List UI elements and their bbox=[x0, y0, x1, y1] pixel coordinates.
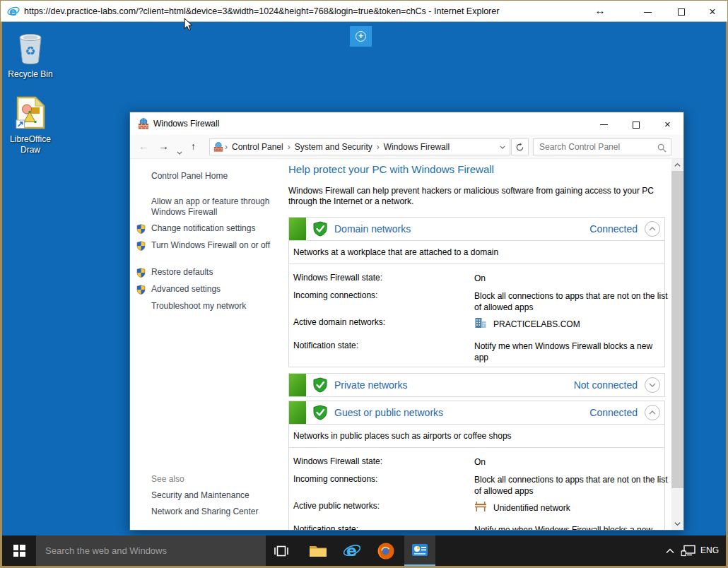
sidebar-link-turn-firewall-on-off[interactable]: Turn Windows Firewall on or off bbox=[151, 240, 276, 251]
address-bar[interactable]: › Control Panel › System and Security › … bbox=[209, 138, 510, 155]
intro-text: Windows Firewall can help prevent hacker… bbox=[288, 186, 671, 207]
window-close-button[interactable]: × bbox=[652, 112, 683, 135]
section-header-guest-or-public-networks[interactable]: Guest or public networks Connected bbox=[288, 401, 665, 425]
forward-button[interactable]: → bbox=[158, 140, 169, 152]
detail-label: Windows Firewall state: bbox=[293, 273, 382, 283]
window-titlebar[interactable]: Windows Firewall × bbox=[130, 112, 683, 135]
sidebar-link-security-and-maintenance[interactable]: Security and Maintenance bbox=[151, 490, 249, 500]
section-header-private-networks[interactable]: Private networks Not connected bbox=[288, 373, 665, 397]
sidebar-link-label: Troubleshoot my network bbox=[151, 301, 246, 311]
internet-explorer-icon: e bbox=[343, 542, 361, 560]
search-icon[interactable] bbox=[657, 143, 667, 155]
browser-maximize-button[interactable] bbox=[665, 1, 698, 22]
section-description: Networks at a workplace that are attache… bbox=[288, 241, 665, 264]
chevron-down-icon bbox=[649, 383, 656, 387]
windows-firewall-window: Windows Firewall × ← → ↑ bbox=[129, 112, 684, 531]
task-view-icon bbox=[274, 545, 289, 557]
browser-title: https://dev.practice-labs.com/?client=ht… bbox=[24, 6, 499, 16]
window-minimize-button[interactable] bbox=[588, 112, 620, 135]
up-button[interactable]: ↑ bbox=[191, 141, 196, 152]
sidebar-link-label: Restore defaults bbox=[151, 267, 213, 277]
uac-shield-icon bbox=[136, 268, 146, 280]
collapse-section-button[interactable] bbox=[645, 221, 660, 237]
control-panel-icon bbox=[411, 543, 428, 557]
sidebar-link-advanced-settings[interactable]: Advanced settings bbox=[151, 284, 276, 295]
language-indicator[interactable]: ENG bbox=[700, 536, 719, 566]
section-header-domain-networks[interactable]: Domain networks Connected bbox=[288, 217, 665, 241]
vertical-scrollbar[interactable] bbox=[671, 159, 683, 530]
resize-icon[interactable]: ↔ bbox=[592, 4, 609, 16]
task-view-button[interactable] bbox=[266, 536, 297, 566]
breadcrumb-windows-firewall[interactable]: Windows Firewall bbox=[381, 142, 452, 152]
desktop-icon-recycle-bin[interactable]: ♻ Recycle Bin bbox=[7, 28, 54, 80]
section-guest-or-public-networks: Guest or public networks Connected Netwo… bbox=[288, 401, 665, 530]
scrollbar-up-button[interactable] bbox=[671, 159, 683, 171]
control-panel-search-input[interactable] bbox=[533, 138, 671, 155]
detail-label: Incoming connections: bbox=[293, 474, 377, 484]
recent-pages-dropdown-icon[interactable] bbox=[177, 145, 182, 158]
address-dropdown-icon[interactable] bbox=[495, 146, 510, 149]
domain-network-icon bbox=[474, 317, 487, 331]
sidebar-link-control-panel-home[interactable]: Control Panel Home bbox=[151, 171, 276, 182]
detail-label: Active public networks: bbox=[293, 501, 380, 511]
recycle-bin-icon: ♻ bbox=[14, 55, 47, 67]
detail-label: Notification state: bbox=[293, 341, 358, 350]
chevron-up-icon bbox=[666, 548, 674, 554]
breadcrumb-system-and-security[interactable]: System and Security bbox=[292, 142, 375, 152]
control-panel-taskbar-button[interactable] bbox=[404, 536, 435, 566]
public-network-icon bbox=[474, 501, 487, 515]
minimize-icon bbox=[600, 124, 608, 125]
scrollbar-down-button[interactable] bbox=[671, 518, 683, 530]
labs-toolbar-expand-button[interactable]: + bbox=[350, 26, 372, 47]
sidebar-link-label: Control Panel Home bbox=[151, 171, 228, 181]
sidebar-link-restore-defaults[interactable]: Restore defaults bbox=[151, 267, 276, 278]
detail-value: Notify me when Windows Firewall blocks a… bbox=[474, 341, 668, 363]
expand-section-button[interactable] bbox=[645, 377, 660, 393]
control-panel-sidebar: Control Panel Home Allow an app or featu… bbox=[130, 159, 283, 530]
tray-network-icon[interactable] bbox=[681, 545, 696, 560]
taskbar-search-input[interactable] bbox=[36, 536, 266, 566]
sidebar-link-troubleshoot-my-network[interactable]: Troubleshoot my network bbox=[151, 301, 276, 312]
window-title: Windows Firewall bbox=[153, 119, 219, 129]
collapse-section-button[interactable] bbox=[645, 405, 660, 420]
browser-close-button[interactable]: × bbox=[696, 1, 728, 22]
section-status: Connected bbox=[589, 223, 638, 235]
scrollbar-thumb[interactable] bbox=[671, 171, 683, 488]
firefox-button[interactable] bbox=[370, 536, 401, 566]
firewall-main-content: Help protect your PC with Windows Firewa… bbox=[283, 159, 671, 530]
refresh-icon bbox=[515, 143, 524, 152]
detail-label: Active domain networks: bbox=[293, 317, 385, 327]
breadcrumb-control-panel[interactable]: Control Panel bbox=[229, 142, 286, 152]
internet-explorer-button[interactable]: e bbox=[336, 536, 368, 566]
detail-value: Unidentified network bbox=[474, 501, 668, 515]
sidebar-link-change-notification-settings[interactable]: Change notification settings bbox=[151, 223, 276, 234]
breadcrumb-separator: › bbox=[223, 142, 229, 152]
svg-text:e: e bbox=[346, 542, 357, 560]
sidebar-link-label: Turn Windows Firewall on or off bbox=[151, 240, 270, 250]
breadcrumb-separator: › bbox=[286, 142, 292, 152]
firewall-on-shield-icon bbox=[312, 377, 328, 396]
detail-value: Notify me when Windows Firewall blocks a… bbox=[474, 524, 668, 530]
windows-logo-icon bbox=[13, 545, 25, 557]
section-details: Windows Firewall state: On Incoming conn… bbox=[288, 264, 665, 367]
sidebar-link-network-and-sharing-center[interactable]: Network and Sharing Center bbox=[151, 507, 258, 516]
active-network-name: PRACTICELABS.COM bbox=[493, 319, 580, 330]
sidebar-link-allow-app-through-firewall[interactable]: Allow an app or feature through Windows … bbox=[151, 196, 276, 218]
window-body: Control Panel Home Allow an app or featu… bbox=[130, 159, 683, 530]
windows-firewall-icon bbox=[138, 118, 149, 132]
start-button[interactable] bbox=[2, 536, 36, 566]
maximize-icon bbox=[633, 122, 640, 129]
refresh-button[interactable] bbox=[511, 138, 529, 155]
detail-label: Notification state: bbox=[293, 524, 358, 530]
detail-value: On bbox=[474, 456, 668, 468]
firefox-icon bbox=[377, 542, 395, 560]
chevron-up-icon bbox=[649, 227, 656, 231]
tray-show-hidden-icons-button[interactable] bbox=[662, 536, 678, 566]
back-button[interactable]: ← bbox=[139, 140, 149, 152]
window-maximize-button[interactable] bbox=[620, 112, 652, 135]
browser-minimize-button[interactable] bbox=[631, 1, 664, 22]
maximize-icon bbox=[678, 8, 685, 16]
desktop-icon-libreoffice-draw[interactable]: LibreOffice Draw bbox=[7, 96, 54, 155]
file-explorer-button[interactable] bbox=[303, 536, 334, 566]
navigation-bar: ← → ↑ › Control Panel bbox=[130, 135, 683, 159]
